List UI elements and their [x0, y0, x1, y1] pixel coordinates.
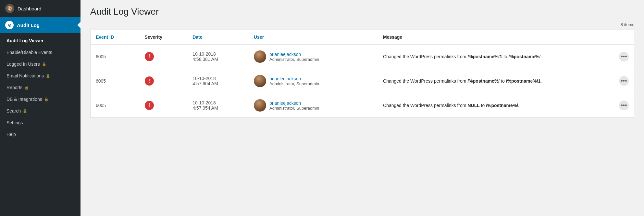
severity-error-icon: ! — [145, 76, 154, 86]
table-row: 6005 ! 10-10-2018 4:57.954 AM — [91, 93, 634, 118]
message-cell: Changed the WordPress permalinks from NU… — [378, 93, 600, 118]
user-cell: brianleejackson Administrator, Superadmi… — [249, 93, 378, 118]
severity-cell: ! — [140, 93, 188, 118]
dashboard-label: Dashboard — [18, 6, 41, 11]
sidebar-item-logged-in-users[interactable]: Logged In Users 🔒 — [0, 58, 80, 70]
sidebar-item-label: Logged In Users — [6, 61, 40, 67]
table-row: 6005 ! 10-10-2018 4:57.604 AM — [91, 69, 634, 93]
lock-icon: 🔒 — [44, 97, 49, 101]
severity-error-icon: ! — [145, 52, 154, 61]
dashboard-nav-item[interactable]: 🎨 Dashboard — [0, 0, 80, 17]
dashboard-icon: 🎨 — [5, 4, 14, 13]
sidebar-navigation: Audit Log Viewer Enable/Disable Events L… — [0, 33, 80, 142]
actions-cell: ••• — [600, 45, 634, 69]
message-cell: Changed the WordPress permalinks from /%… — [378, 69, 600, 93]
event-id-cell: 6005 — [91, 45, 140, 69]
sidebar-item-label: Enable/Disable Events — [6, 50, 52, 55]
actions-cell: ••• — [600, 93, 634, 118]
column-date[interactable]: Date — [187, 30, 249, 45]
user-cell: brianleejackson Administrator, Superadmi… — [249, 69, 378, 93]
column-event-id[interactable]: Event ID — [91, 30, 140, 45]
sidebar-item-email-notifications[interactable]: Email Notifications 🔒 — [0, 70, 80, 82]
column-actions — [600, 30, 634, 45]
page-title-bar: Audit Log Viewer — [80, 0, 644, 22]
items-count: 8 items — [90, 22, 634, 27]
actions-cell: ••• — [600, 69, 634, 93]
sidebar-item-search[interactable]: Search 🔒 — [0, 105, 80, 117]
audit-log-table: Event ID Severity Date User Message 6005… — [90, 30, 634, 118]
user-cell: brianleejackson Administrator, Superadmi… — [249, 45, 378, 69]
sidebar-item-help[interactable]: Help — [0, 128, 80, 140]
sidebar-item-label: DB & Integrations — [6, 97, 42, 102]
column-user[interactable]: User — [249, 30, 378, 45]
row-actions-button[interactable]: ••• — [619, 76, 629, 86]
table-row: 6005 ! 10-10-2018 4:58.381 AM — [91, 45, 634, 69]
sidebar-item-reports[interactable]: Reports 🔒 — [0, 82, 80, 93]
date-cell: 10-10-2018 4:57.604 AM — [187, 69, 249, 93]
user-link[interactable]: brianleejackson — [269, 52, 319, 57]
column-severity: Severity — [140, 30, 188, 45]
audit-log-header[interactable]: ⊙ Audit Log — [0, 17, 80, 33]
sidebar-item-db-integrations[interactable]: DB & Integrations 🔒 — [0, 93, 80, 105]
avatar — [254, 75, 266, 87]
avatar — [254, 99, 266, 112]
sidebar-item-label: Help — [6, 132, 16, 137]
date-cell: 10-10-2018 4:58.381 AM — [187, 45, 249, 69]
user-link[interactable]: brianleejackson — [269, 76, 319, 81]
lock-icon: 🔒 — [46, 74, 50, 78]
severity-cell: ! — [140, 69, 188, 93]
sidebar: 🎨 Dashboard ⊙ Audit Log Audit Log Viewer… — [0, 0, 80, 216]
lock-icon: 🔒 — [42, 62, 46, 66]
sidebar-item-label: Search — [6, 108, 21, 114]
page-title: Audit Log Viewer — [90, 7, 634, 17]
lock-icon: 🔒 — [23, 109, 27, 113]
date-cell: 10-10-2018 4:57.954 AM — [187, 93, 249, 118]
audit-log-label: Audit Log — [17, 22, 40, 28]
sidebar-item-settings[interactable]: Settings — [0, 117, 80, 128]
sidebar-item-audit-log-viewer[interactable]: Audit Log Viewer — [0, 35, 80, 47]
avatar — [254, 50, 266, 63]
sidebar-item-enable-disable-events[interactable]: Enable/Disable Events — [0, 47, 80, 58]
sidebar-item-label: Audit Log Viewer — [6, 38, 43, 43]
row-actions-button[interactable]: ••• — [619, 52, 629, 61]
sidebar-item-label: Settings — [6, 120, 23, 125]
lock-icon: 🔒 — [24, 86, 29, 90]
row-actions-button[interactable]: ••• — [619, 101, 629, 110]
content-area: 8 items Event ID Severity Date User Mess… — [80, 22, 644, 216]
message-cell: Changed the WordPress permalinks from /%… — [378, 45, 600, 69]
main-content: Audit Log Viewer 8 items Event ID Severi… — [80, 0, 644, 216]
event-id-cell: 6005 — [91, 93, 140, 118]
sidebar-item-label: Email Notifications — [6, 73, 44, 78]
severity-cell: ! — [140, 45, 188, 69]
audit-log-icon: ⊙ — [5, 21, 14, 29]
sidebar-item-label: Reports — [6, 85, 22, 90]
event-id-cell: 6005 — [91, 69, 140, 93]
severity-error-icon: ! — [145, 101, 154, 110]
user-link[interactable]: brianleejackson — [269, 101, 319, 106]
column-message: Message — [378, 30, 600, 45]
